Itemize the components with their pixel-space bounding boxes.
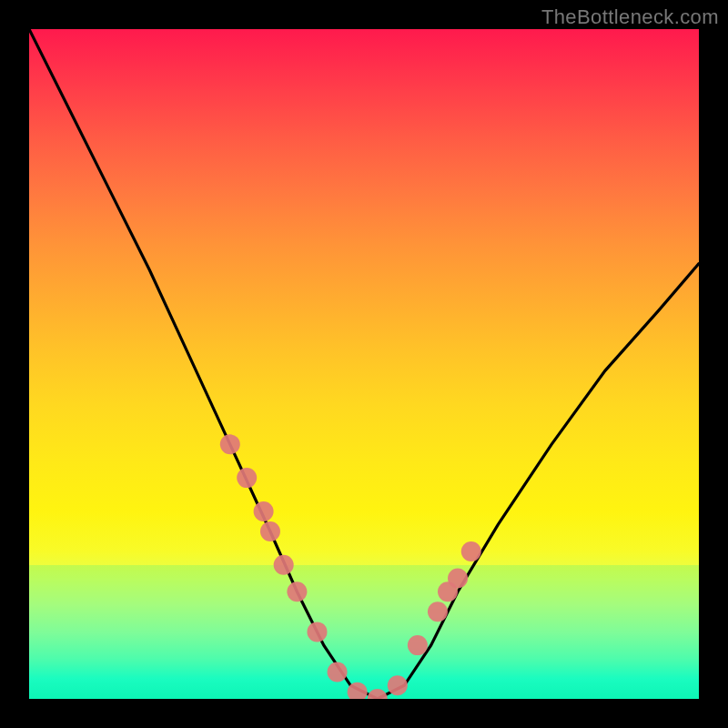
curve-marker: [307, 622, 327, 642]
curve-marker: [448, 569, 468, 589]
curve-marker: [461, 541, 481, 561]
watermark-text: TheBottleneck.com: [541, 5, 719, 29]
curve-marker: [220, 434, 240, 454]
chart-frame: TheBottleneck.com: [0, 0, 728, 728]
curve-marker: [287, 581, 307, 602]
curve-marker: [428, 602, 448, 622]
curve-marker: [274, 555, 294, 575]
curve-marker: [237, 468, 257, 488]
curve-marker: [260, 521, 280, 541]
curve-marker: [408, 635, 428, 655]
curve-marker: [388, 675, 408, 695]
chart-svg: [29, 29, 699, 699]
curve-marker: [254, 501, 274, 521]
curve-markers: [220, 434, 481, 699]
curve-marker: [328, 662, 348, 682]
curve-marker: [368, 689, 388, 699]
bottleneck-curve: [29, 29, 699, 699]
